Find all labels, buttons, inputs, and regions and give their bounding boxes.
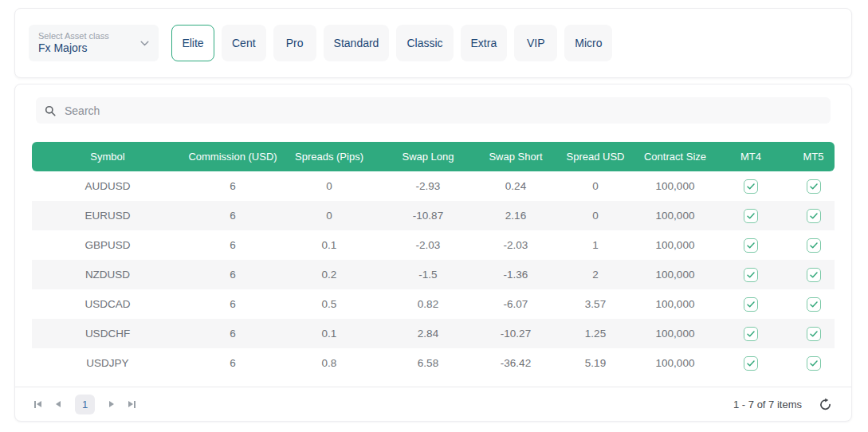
mt4-checkbox[interactable] [744,238,758,253]
mt4-checkbox[interactable] [744,268,758,282]
check-icon [747,242,755,249]
cell-mt4 [711,209,791,223]
mt4-checkbox[interactable] [744,209,758,223]
table-row: USDCHF60.12.84-10.271.25100,000 [32,319,835,348]
cell-commission: 6 [183,357,282,369]
table-row: GBPUSD60.1-2.03-2.031100,000 [32,230,835,260]
cell-spreads: 0.2 [282,269,376,281]
check-icon [747,183,755,190]
mt5-checkbox[interactable] [807,179,821,194]
filters-card: Select Asset class Fx Majors EliteCentPr… [14,8,852,78]
mt5-checkbox[interactable] [807,356,821,371]
cell-swap-long: -2.03 [376,239,480,251]
cell-swap-long: -1.5 [376,269,480,281]
check-icon [810,272,818,278]
previous-page-button[interactable] [54,398,62,410]
cell-swap-long: -2.93 [376,180,480,192]
column-header-mt5: MT5 [791,151,836,163]
arrow-right-icon [109,401,114,407]
check-icon [810,183,818,190]
cell-spreads: 0 [282,210,376,222]
mt5-checkbox[interactable] [807,297,821,312]
cell-commission: 6 [183,210,282,222]
cell-spread-usd: 5.19 [552,357,639,369]
table-row: NZDUSD60.2-1.5-1.362100,000 [32,260,835,289]
cell-mt5 [791,297,836,312]
check-icon [810,360,818,367]
tab-vip[interactable]: VIP [514,25,557,61]
cell-symbol: USDCHF [32,328,183,340]
cell-mt4 [711,297,791,312]
tab-elite[interactable]: Elite [171,25,214,61]
cell-spread-usd: 1.25 [552,328,639,340]
mt5-checkbox[interactable] [807,268,821,282]
cell-spreads: 0.1 [282,328,376,340]
cell-mt5 [791,179,836,194]
pagination-bar: 1 1 - 7 of 7 items [15,387,851,421]
search-input[interactable] [63,104,822,118]
next-page-button[interactable] [108,398,116,410]
seek-first-icon [34,401,36,408]
table-row: USDCAD60.50.82-6.073.57100,000 [32,289,835,319]
cell-swap-short: 2.16 [480,210,552,222]
cell-mt5 [791,209,836,223]
asset-class-dropdown[interactable]: Select Asset class Fx Majors [29,25,159,61]
cell-mt4 [711,356,791,371]
cell-contract-size: 100,000 [639,239,711,251]
cell-swap-short: -1.36 [480,269,552,281]
check-icon [747,331,755,337]
search-icon [45,105,56,116]
cell-symbol: EURUSD [32,210,183,222]
pager-summary: 1 - 7 of 7 items [733,399,802,410]
seek-last-icon [134,401,136,408]
mt5-checkbox[interactable] [807,209,821,223]
tab-pro[interactable]: Pro [273,25,316,61]
tab-standard[interactable]: Standard [324,25,390,61]
mt5-checkbox[interactable] [807,238,821,253]
tab-cent[interactable]: Cent [222,25,266,61]
cell-commission: 6 [183,269,282,281]
mt4-checkbox[interactable] [744,297,758,312]
table-header: SymbolCommission (USD)Spreads (Pips)Swap… [32,142,835,171]
cell-mt4 [711,179,791,194]
cell-spreads: 0.5 [282,298,376,310]
arrow-left-icon [56,401,61,407]
check-icon [747,301,755,308]
mt4-checkbox[interactable] [744,356,758,371]
check-icon [747,272,755,278]
cell-contract-size: 100,000 [639,357,711,369]
mt4-checkbox[interactable] [744,327,758,341]
mt5-checkbox[interactable] [807,327,821,341]
asset-tabs: EliteCentProStandardClassicExtraVIPMicro [171,25,612,61]
last-page-button[interactable] [127,398,137,411]
cell-swap-short: -6.07 [480,298,552,310]
cell-contract-size: 100,000 [639,298,711,310]
table-row: EURUSD60-10.872.160100,000 [32,201,835,230]
cell-swap-short: -36.42 [480,357,552,369]
cell-contract-size: 100,000 [639,269,711,281]
cell-symbol: NZDUSD [32,269,183,281]
cell-contract-size: 100,000 [639,180,711,192]
refresh-icon[interactable] [817,396,834,413]
tab-classic[interactable]: Classic [396,25,453,61]
page-number[interactable]: 1 [75,395,95,414]
column-header-spread-usd: Spread USD [552,151,639,163]
cell-contract-size: 100,000 [639,210,711,222]
pager-info: 1 - 7 of 7 items [733,396,834,413]
asset-class-label: Select Asset class [38,31,109,41]
first-page-button[interactable] [33,398,43,411]
check-icon [747,213,755,219]
cell-mt5 [791,327,836,341]
cell-mt4 [711,238,791,253]
cell-spread-usd: 0 [552,180,639,192]
asset-class-value: Fx Majors [38,41,109,55]
cell-spreads: 0.1 [282,239,376,251]
tab-micro[interactable]: Micro [564,25,612,61]
search-bar[interactable] [36,97,831,124]
mt4-checkbox[interactable] [744,179,758,194]
column-header-symbol: Symbol [32,151,183,163]
column-header-contract-size: Contract Size [639,151,711,163]
chevron-down-icon [140,41,149,46]
tab-extra[interactable]: Extra [461,25,508,61]
check-icon [810,301,818,308]
